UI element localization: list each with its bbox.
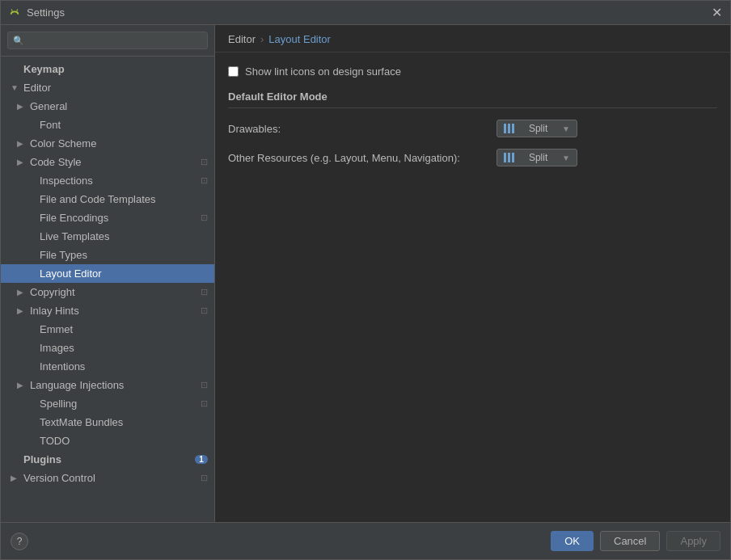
sidebar-item-layout-editor[interactable]: Layout Editor [1,264,214,283]
ext-icon: ⊡ [201,398,208,409]
ext-icon: ⊡ [201,175,208,186]
title-bar-left: Settings [9,6,65,19]
split-icon [504,153,514,162]
drawables-row: Drawables: Split ▼ [228,120,717,137]
search-wrapper: 🔍 [7,32,208,49]
cancel-button[interactable]: Cancel [600,531,660,551]
ok-button[interactable]: OK [551,531,594,551]
search-icon: 🔍 [13,36,24,46]
default-editor-mode-label: Default Editor Mode [228,91,717,108]
search-box: 🔍 [1,25,214,57]
sidebar-item-file-encodings[interactable]: File Encodings ⊡ [1,208,214,227]
help-button[interactable]: ? [11,533,28,550]
plugins-badge: 1 [195,455,208,464]
main-content: 🔍 Keymap ▼ Editor ▶ General [1,25,730,522]
sidebar-item-color-scheme[interactable]: ▶ Color Scheme [1,134,214,153]
sidebar-item-language-injections[interactable]: ▶ Language Injections ⊡ [1,376,214,394]
ext-icon: ⊡ [201,213,208,223]
footer-buttons: OK Cancel Apply [551,531,720,551]
chevron-down-icon: ▼ [562,124,570,133]
title-bar: Settings ✕ [1,1,730,25]
ext-icon: ⊡ [201,380,208,390]
svg-line-2 [11,9,12,11]
chevron-icon: ▶ [17,288,27,297]
sidebar-item-inspections[interactable]: Inspections ⊡ [1,171,214,190]
ext-icon: ⊡ [201,287,208,297]
sidebar-item-inlay-hints[interactable]: ▶ Inlay Hints ⊡ [1,301,214,320]
chevron-icon: ▼ [11,83,20,92]
chevron-down-icon: ▼ [562,154,570,162]
panel-body: Show lint icons on design surface Defaul… [215,53,730,522]
show-lint-label: Show lint icons on design surface [245,65,401,78]
sidebar-item-todo[interactable]: TODO [1,432,214,450]
footer: ? OK Cancel Apply [1,522,730,559]
sidebar-item-file-types[interactable]: File Types [1,246,214,264]
sidebar-item-live-templates[interactable]: Live Templates [1,227,214,246]
other-resources-dropdown[interactable]: Split ▼ [496,149,577,166]
other-resources-row: Other Resources (e.g. Layout, Menu, Navi… [228,149,717,166]
show-lint-row: Show lint icons on design surface [228,65,717,78]
ext-icon: ⊡ [201,305,208,316]
sidebar-item-images[interactable]: Images [1,339,214,357]
drawables-label: Drawables: [228,123,487,135]
breadcrumb-parent: Editor [228,33,256,45]
breadcrumb: Editor › Layout Editor [215,25,730,53]
ext-icon: ⊡ [201,157,208,167]
sidebar-item-general[interactable]: ▶ General [1,97,214,116]
svg-point-0 [12,11,13,11]
sidebar-item-plugins[interactable]: Plugins 1 [1,450,214,469]
sidebar-item-intentions[interactable]: Intentions [1,357,214,376]
drawables-dropdown[interactable]: Split ▼ [496,120,577,137]
nav-list: Keymap ▼ Editor ▶ General Font ▶ Color S… [1,57,214,522]
chevron-icon: ▶ [17,139,27,148]
sidebar-item-code-style[interactable]: ▶ Code Style ⊡ [1,153,214,171]
settings-dialog: Settings ✕ 🔍 Keymap ▼ Edi [0,0,731,560]
show-lint-checkbox[interactable] [228,66,239,77]
chevron-icon: ▶ [17,158,27,166]
sidebar-item-font[interactable]: Font [1,116,214,134]
split-icon [504,124,514,133]
other-resources-label: Other Resources (e.g. Layout, Menu, Navi… [228,152,487,164]
chevron-icon: ▶ [11,474,20,482]
sidebar-item-textmate-bundles[interactable]: TextMate Bundles [1,413,214,432]
ext-icon: ⊡ [201,473,208,483]
sidebar-item-copyright[interactable]: ▶ Copyright ⊡ [1,283,214,301]
dialog-title: Settings [27,6,65,19]
sidebar-item-editor[interactable]: ▼ Editor [1,78,214,97]
chevron-icon: ▶ [17,306,27,315]
breadcrumb-current: Layout Editor [268,33,331,45]
sidebar-item-emmet[interactable]: Emmet [1,320,214,339]
close-button[interactable]: ✕ [712,6,722,19]
svg-point-1 [15,11,16,11]
drawables-value: Split [529,123,547,134]
sidebar: 🔍 Keymap ▼ Editor ▶ General [1,25,215,522]
other-resources-value: Split [529,152,547,163]
sidebar-item-file-code-templates[interactable]: File and Code Templates [1,190,214,208]
sidebar-item-spelling[interactable]: Spelling ⊡ [1,394,214,413]
android-icon [9,7,20,19]
chevron-icon: ▶ [17,381,27,389]
breadcrumb-separator: › [260,33,264,45]
apply-button[interactable]: Apply [666,531,720,551]
sidebar-item-keymap[interactable]: Keymap [1,60,214,78]
search-input[interactable] [7,32,208,49]
sidebar-item-version-control[interactable]: ▶ Version Control ⊡ [1,469,214,487]
content-panel: Editor › Layout Editor Show lint icons o… [215,25,730,522]
svg-line-3 [17,9,18,11]
chevron-icon: ▶ [17,102,27,111]
